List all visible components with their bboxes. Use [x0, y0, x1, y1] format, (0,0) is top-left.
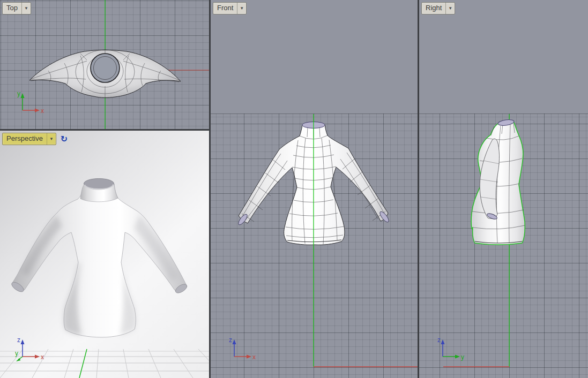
axis-gizmo-front: z x: [228, 336, 258, 361]
viewport-front[interactable]: Front ▼ z x: [211, 0, 418, 378]
neck-opening: [91, 54, 120, 82]
viewport-grid: Top ▼ y x: [0, 0, 588, 378]
z-axis-arrow: [233, 339, 236, 344]
shading-sleeve-right: [134, 215, 178, 282]
dropdown-arrow-icon[interactable]: ▼: [237, 3, 246, 14]
viewport-tab-label[interactable]: Top: [3, 3, 21, 14]
z-axis-label: z: [229, 336, 232, 344]
dropdown-arrow-icon[interactable]: ▼: [47, 133, 56, 145]
dropdown-arrow-icon[interactable]: ▼: [445, 3, 455, 14]
y-axis-arrow: [455, 355, 460, 359]
front-view-canvas: [211, 0, 418, 378]
viewport-perspective[interactable]: Perspective ▼ ↻ z x y: [0, 131, 209, 378]
y-axis-arrow: [21, 93, 25, 98]
viewport-top[interactable]: Top ▼ y x: [0, 0, 209, 129]
x-axis-arrow: [247, 355, 251, 359]
z-axis-label: z: [437, 336, 441, 344]
axis-gizmo-right: z y: [436, 336, 466, 361]
model-right-view[interactable]: [471, 119, 525, 245]
viewport-tab-front[interactable]: Front ▼: [213, 2, 247, 14]
x-axis-label: x: [41, 353, 44, 361]
axis-gizmo-top: y x: [16, 90, 46, 115]
axis-line-y-green: [79, 349, 87, 378]
x-axis-arrow: [35, 355, 40, 359]
viewport-right[interactable]: Right ▼ z y: [419, 0, 588, 378]
viewport-tab-label[interactable]: Front: [213, 3, 237, 14]
rotate-view-icon[interactable]: ↻: [61, 135, 68, 143]
viewport-tab-label[interactable]: Perspective: [3, 133, 47, 145]
model-top-view[interactable]: [29, 49, 181, 97]
y-axis-label: y: [461, 353, 464, 361]
x-axis-label: x: [252, 353, 256, 361]
dropdown-arrow-icon[interactable]: ▼: [21, 3, 31, 14]
y-axis-label: y: [17, 90, 20, 97]
right-view-canvas: [419, 0, 588, 378]
z-axis-arrow: [441, 339, 445, 344]
shading-sleeve-left: [21, 215, 62, 276]
x-axis-label: x: [41, 107, 44, 115]
x-axis-arrow: [35, 109, 40, 112]
viewport-tab-right[interactable]: Right ▼: [421, 2, 455, 14]
axis-gizmo-perspective: z x y: [15, 336, 47, 364]
viewport-tab-label[interactable]: Right: [422, 3, 445, 14]
z-axis-label: z: [17, 336, 20, 344]
viewport-tab-top[interactable]: Top ▼: [2, 2, 31, 14]
viewport-tab-perspective[interactable]: Perspective ▼: [2, 133, 56, 145]
y-axis-label: y: [15, 350, 18, 357]
z-axis-arrow: [21, 339, 25, 344]
model-perspective-view[interactable]: [10, 179, 188, 338]
